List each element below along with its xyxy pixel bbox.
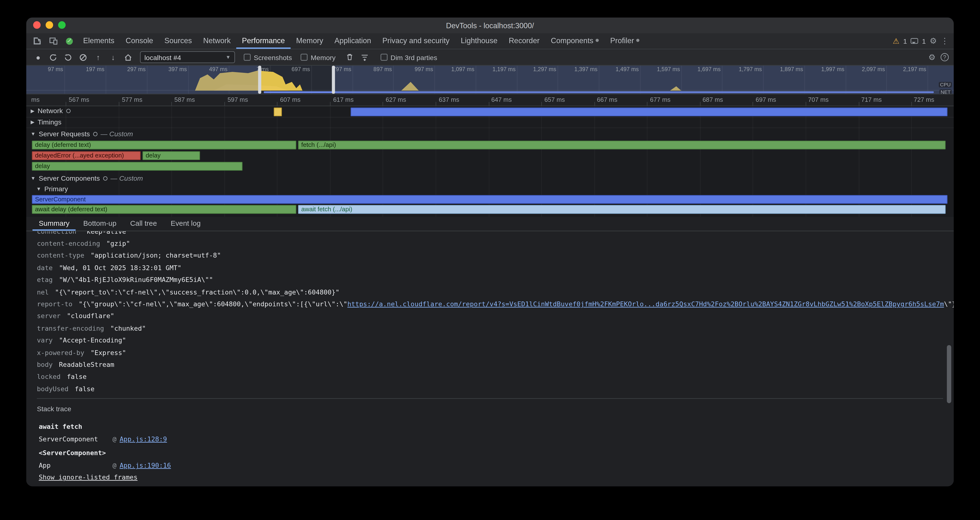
show-ignore-listed-frames-link[interactable]: Show ignore-listed frames bbox=[39, 474, 138, 481]
event-bar-delay-deferred[interactable]: delay (deferred text) bbox=[32, 141, 296, 149]
source-link[interactable]: App.js:128:9 bbox=[119, 435, 167, 443]
load-profile-icon[interactable]: ↑ bbox=[91, 51, 105, 64]
screenshots-checkbox-group: Screenshots bbox=[244, 54, 292, 61]
overview-time-label: 1,097 ms bbox=[450, 66, 474, 73]
record-button[interactable]: ● bbox=[31, 51, 45, 64]
header-row: transfer-encoding"chunked" bbox=[37, 322, 954, 334]
inspect-element-icon[interactable] bbox=[29, 33, 45, 49]
tab-performance[interactable]: Performance bbox=[236, 33, 291, 49]
network-request-bar[interactable] bbox=[351, 108, 947, 116]
event-bar-delay-2[interactable]: delay bbox=[32, 162, 242, 170]
zoom-window-button[interactable] bbox=[58, 21, 65, 29]
ruler-time-label: 617 ms bbox=[333, 96, 353, 103]
event-bar-await-fetch[interactable]: await fetch (.../api) bbox=[298, 205, 945, 214]
tab-console[interactable]: Console bbox=[120, 33, 159, 49]
event-bar-delayed-error[interactable]: delayedError (...ayed exception) bbox=[32, 151, 141, 160]
tab-network[interactable]: Network bbox=[197, 33, 236, 49]
track-config-icon[interactable] bbox=[93, 132, 97, 136]
header-row-report-to: report-to "{\"group\":\"cf-nel\",\"max_a… bbox=[37, 298, 954, 310]
event-bar-fetch-api[interactable]: fetch (.../api) bbox=[298, 141, 945, 149]
event-bar-server-component[interactable]: ServerComponent bbox=[32, 195, 947, 204]
tab-bottom-up[interactable]: Bottom-up bbox=[77, 217, 123, 231]
server-components-row-2: await delay (deferred text) await fetch … bbox=[26, 205, 954, 215]
collapse-triangle-icon[interactable]: ▶ bbox=[30, 108, 35, 113]
minimize-window-button[interactable] bbox=[46, 21, 53, 29]
tab-privacy-and-security[interactable]: Privacy and security bbox=[377, 33, 455, 49]
help-icon[interactable]: ? bbox=[941, 53, 949, 61]
tab-lighthouse[interactable]: Lighthouse bbox=[455, 33, 503, 49]
close-window-button[interactable] bbox=[33, 21, 40, 29]
tabbar-right-controls: ⚠ 1 1 ⚙ ⋮ bbox=[893, 33, 954, 49]
report-to-url-link[interactable]: https://a.nel.cloudflare.com/report/v4?s… bbox=[347, 300, 944, 307]
screenshots-checkbox[interactable] bbox=[244, 54, 251, 61]
device-toolbar-icon[interactable] bbox=[45, 33, 61, 49]
track-config-icon[interactable] bbox=[103, 176, 107, 180]
tab-call-tree[interactable]: Call tree bbox=[124, 217, 163, 231]
tab-components[interactable]: Components bbox=[545, 33, 605, 49]
timeline-overview[interactable]: 97 ms 197 ms 297 ms 397 ms 497 ms 7 ms 6… bbox=[26, 65, 954, 94]
expand-triangle-icon[interactable]: ▼ bbox=[30, 131, 36, 137]
source-link[interactable]: App.js:190:16 bbox=[119, 462, 171, 469]
server-components-row-1: ServerComponent bbox=[26, 194, 954, 204]
issues-icon[interactable] bbox=[911, 38, 918, 44]
tab-application[interactable]: Application bbox=[329, 33, 377, 49]
panel-settings-gear-icon[interactable]: ⚙ bbox=[928, 53, 935, 61]
tab-profiler[interactable]: Profiler bbox=[605, 33, 645, 49]
tab-event-log[interactable]: Event log bbox=[164, 217, 207, 231]
summary-scrollbar[interactable] bbox=[947, 345, 951, 403]
header-row: content-type"application/json; charset=u… bbox=[37, 250, 954, 261]
home-icon[interactable] bbox=[121, 51, 135, 64]
ruler-time-label: 577 ms bbox=[122, 96, 142, 103]
record-and-reload-button[interactable] bbox=[46, 51, 60, 64]
response-headers-list: connection"keep-alive" content-encoding"… bbox=[37, 231, 954, 395]
selection-right-handle[interactable] bbox=[332, 65, 335, 94]
track-subheader-primary[interactable]: ▼ Primary bbox=[26, 184, 954, 194]
bottom-pane-tabs: Summary Bottom-up Call tree Event log bbox=[26, 217, 954, 231]
overview-time-label: 897 ms bbox=[367, 66, 392, 73]
warning-icon[interactable]: ⚠ bbox=[893, 37, 899, 45]
track-network[interactable]: ▶ Network bbox=[26, 107, 954, 118]
overview-time-label: 1,897 ms bbox=[778, 66, 803, 73]
tab-summary[interactable]: Summary bbox=[33, 217, 76, 231]
memory-checkbox[interactable] bbox=[301, 54, 308, 61]
overview-time-label: 1,597 ms bbox=[655, 66, 680, 73]
tab-elements[interactable]: Elements bbox=[77, 33, 120, 49]
settings-gear-icon[interactable]: ⚙ bbox=[930, 37, 937, 45]
event-bar-delay[interactable]: delay bbox=[143, 151, 200, 160]
track-header-server-components[interactable]: ▼ Server Components — Custom bbox=[26, 174, 954, 184]
header-row: lockedfalse bbox=[37, 371, 954, 383]
network-event-bar[interactable] bbox=[274, 108, 282, 116]
expand-triangle-icon[interactable]: ▼ bbox=[30, 175, 36, 181]
overview-time-label: 997 ms bbox=[408, 66, 433, 73]
ruler-time-label: 567 ms bbox=[69, 96, 89, 103]
clear-icon[interactable] bbox=[76, 51, 90, 64]
history-select[interactable]: localhost #4 ▼ bbox=[140, 51, 235, 63]
dim-3rd-parties-checkbox[interactable] bbox=[380, 54, 388, 61]
selection-left-handle[interactable] bbox=[258, 65, 261, 94]
save-profile-icon[interactable]: ↓ bbox=[107, 51, 120, 64]
ruler-time-label: 657 ms bbox=[544, 96, 565, 103]
reload-icon[interactable] bbox=[61, 51, 75, 64]
tab-memory[interactable]: Memory bbox=[291, 33, 329, 49]
tab-recorder[interactable]: Recorder bbox=[503, 33, 545, 49]
header-row: vary"Accept-Encoding" bbox=[37, 334, 954, 346]
stack-trace-title: Stack trace bbox=[37, 406, 943, 413]
track-timings[interactable]: ▶ Timings bbox=[26, 118, 954, 128]
collect-garbage-icon[interactable] bbox=[343, 51, 357, 64]
expand-triangle-icon[interactable]: ▼ bbox=[36, 186, 41, 191]
track-header-server-requests[interactable]: ▼ Server Requests — Custom bbox=[26, 129, 954, 139]
header-row: content-encoding"gzip" bbox=[37, 237, 954, 249]
collapse-triangle-icon[interactable]: ▶ bbox=[30, 119, 35, 125]
ruler-time-label: 687 ms bbox=[702, 96, 723, 103]
track-config-icon[interactable] bbox=[66, 108, 70, 113]
event-bar-await-delay[interactable]: await delay (deferred text) bbox=[32, 205, 296, 214]
overview-time-label: 697 ms bbox=[285, 66, 310, 73]
ruler-time-label: 727 ms bbox=[914, 96, 934, 103]
extension-icon[interactable] bbox=[61, 33, 77, 49]
throttling-icon[interactable] bbox=[358, 51, 372, 64]
tab-sources[interactable]: Sources bbox=[159, 33, 197, 49]
stack-frame: App @ App.js:190:16 bbox=[39, 459, 943, 472]
server-requests-row-3: delay bbox=[26, 161, 954, 171]
kebab-menu-icon[interactable]: ⋮ bbox=[941, 37, 949, 45]
overview-time-label: 1,697 ms bbox=[696, 66, 721, 73]
